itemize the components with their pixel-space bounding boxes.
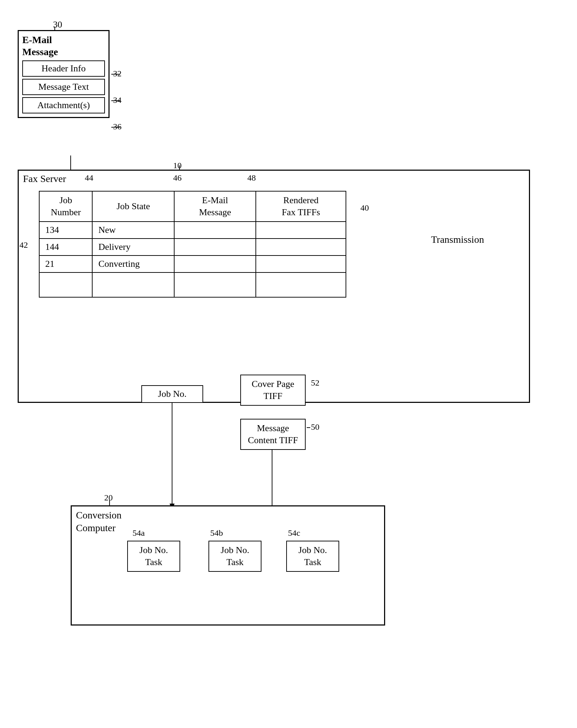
attachments-box: Attachment(s) (22, 97, 105, 113)
cell-empty-job (39, 272, 92, 297)
label-10: 10 (173, 161, 182, 170)
fax-server-label: Fax Server (23, 173, 66, 184)
label-30: 30 (53, 19, 62, 30)
cell-fax-144 (256, 239, 346, 256)
cell-fax-134 (256, 222, 346, 239)
label-34: 34 (113, 95, 122, 105)
label-46: 46 (173, 173, 182, 183)
conversion-computer-label: ConversionComputer (76, 509, 122, 535)
col-header-fax: RenderedFax TIFFs (256, 191, 346, 222)
message-text-box: Message Text (22, 79, 105, 95)
fax-table: Job Number Job State E-MailMessage Rende… (39, 191, 346, 298)
label-20: 20 (104, 493, 113, 503)
label-40: 40 (360, 203, 369, 213)
message-content-tiff-box: MessageContent TIFF (240, 419, 306, 450)
cell-job-134: 134 (39, 222, 92, 239)
table-row: 21 Converting (39, 256, 346, 272)
label-32: 32 (113, 69, 122, 78)
label-44: 44 (85, 173, 93, 183)
label-54a: 54a (133, 528, 145, 538)
cell-empty-email (174, 272, 256, 297)
header-info-box: Header Info (22, 60, 105, 77)
col-header-job-number: Job Number (39, 191, 92, 222)
cell-email-21 (174, 256, 256, 272)
label-54c: 54c (288, 528, 300, 538)
label-54b: 54b (210, 528, 223, 538)
cell-state-delivery: Delivery (92, 239, 174, 256)
email-message-title: E-MailMessage (22, 34, 105, 58)
cell-job-21: 21 (39, 256, 92, 272)
label-36: 36 (113, 122, 122, 131)
cell-fax-21 (256, 256, 346, 272)
diagram: 30 E-MailMessage Header Info Message Tex… (0, 0, 577, 728)
cell-empty-fax (256, 272, 346, 297)
cell-email-144 (174, 239, 256, 256)
table-row-empty (39, 272, 346, 297)
task-box-54c: Job No.Task (286, 541, 339, 572)
cover-page-tiff-box: Cover PageTIFF (240, 375, 306, 406)
cell-state-new: New (92, 222, 174, 239)
col-header-job-state: Job State (92, 191, 174, 222)
label-52: 52 (311, 378, 319, 388)
job-no-box: Job No. (141, 385, 203, 403)
email-message-box: E-MailMessage Header Info Message Text A… (18, 30, 110, 118)
label-48: 48 (247, 173, 256, 183)
label-50: 50 (311, 422, 319, 432)
col-header-email: E-MailMessage (174, 191, 256, 222)
cell-email-134 (174, 222, 256, 239)
table-row: 134 New (39, 222, 346, 239)
table-row: 144 Delivery (39, 239, 346, 256)
cell-job-144: 144 (39, 239, 92, 256)
cell-state-converting: Converting (92, 256, 174, 272)
transmission-label: Transmission (431, 234, 484, 245)
task-box-54a: Job No.Task (127, 541, 180, 572)
task-box-54b: Job No.Task (208, 541, 261, 572)
label-42: 42 (19, 240, 28, 250)
cell-empty-state (92, 272, 174, 297)
